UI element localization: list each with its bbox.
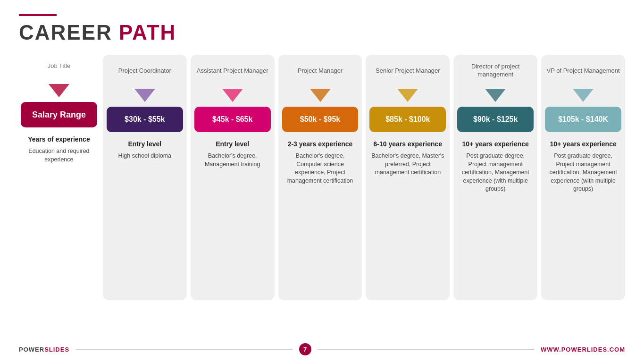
footer-url: WWW.POWERLIDES.COM — [541, 346, 625, 353]
edu-label-senior-pm: Bachelor's degree, Master's preferred, P… — [369, 152, 446, 177]
col-label-project-manager: Project Manager — [298, 59, 343, 82]
footer-brand-slides: SLIDES — [44, 346, 69, 353]
years-label-senior-pm: 6-10 years experience — [374, 140, 443, 148]
col-arrow-label-col — [49, 84, 69, 97]
footer: POWERSLIDES 7 WWW.POWERLIDES.COM — [0, 343, 644, 355]
career-col-senior-pm: Senior Project Manager$85k - $100k6-10 y… — [366, 55, 450, 300]
slide: CAREER PATH Job TitleSalary RangeYears o… — [0, 0, 644, 362]
career-col-vp-pm: VP of Project Management$105k - $140K10+… — [541, 55, 625, 300]
career-col-assistant-pm: Assistant Project Manager$45k - $65kEntr… — [191, 55, 275, 300]
footer-brand: POWERSLIDES — [19, 346, 69, 353]
edu-label-vp-pm: Post graduate degree, Project management… — [545, 152, 621, 194]
col-label-project-coordinator: Project Coordinator — [118, 59, 171, 82]
career-col-project-coordinator: Project Coordinator$30k - $55kEntry leve… — [103, 55, 187, 300]
salary-box-assistant-pm: $45k - $65k — [194, 107, 271, 132]
col-arrow-project-manager — [310, 89, 331, 102]
career-col-label-col: Job TitleSalary RangeYears of experience… — [19, 55, 99, 300]
edu-label-assistant-pm: Bachelor's degree, Management training — [194, 152, 271, 168]
footer-line-left — [76, 349, 292, 350]
edu-label-project-manager: Bachelor's degree, Computer science expe… — [282, 152, 359, 185]
header-accent-line — [19, 14, 57, 16]
col-arrow-senior-pm — [397, 89, 418, 102]
footer-brand-power: POWER — [19, 346, 44, 353]
footer-page-number: 7 — [299, 343, 311, 355]
salary-box-project-manager: $50k - $95k — [282, 107, 359, 132]
years-label-vp-pm: 10+ years experience — [550, 140, 616, 148]
salary-box-director-pm: $90k - $125k — [457, 107, 534, 132]
edu-label-director-pm: Post graduate degree, Project management… — [457, 152, 534, 194]
salary-box-vp-pm: $105k - $140K — [545, 107, 621, 132]
career-columns: Job TitleSalary RangeYears of experience… — [19, 55, 625, 300]
col-label-director-pm: Director of project management — [457, 59, 534, 82]
years-label-project-manager: 2-3 years experience — [288, 140, 353, 148]
col-label-senior-pm: Senior Project Manager — [376, 59, 440, 82]
col-label-label-col: Job Title — [48, 55, 70, 77]
title-career: CAREER — [19, 21, 119, 44]
salary-box-project-coordinator: $30k - $55k — [107, 107, 183, 132]
col-arrow-director-pm — [485, 89, 506, 102]
title-path: PATH — [119, 21, 176, 44]
salary-box-label-col: Salary Range — [21, 102, 97, 127]
years-label-project-coordinator: Entry level — [128, 140, 161, 148]
career-col-director-pm: Director of project management$90k - $12… — [453, 55, 537, 300]
career-col-project-manager: Project Manager$50k - $95k2-3 years expe… — [278, 55, 362, 300]
col-label-vp-pm: VP of Project Management — [547, 59, 620, 82]
page-title: CAREER PATH — [19, 21, 625, 44]
col-arrow-assistant-pm — [222, 89, 243, 102]
footer-line-right — [318, 349, 534, 350]
col-arrow-project-coordinator — [134, 89, 155, 102]
col-label-assistant-pm: Assistant Project Manager — [197, 59, 268, 82]
edu-label-label-col: Education and required experience — [21, 147, 97, 164]
years-label-label-col: Years of experience — [28, 135, 90, 143]
edu-label-project-coordinator: High school diploma — [118, 152, 172, 160]
salary-box-senior-pm: $85k - $100k — [369, 107, 446, 132]
years-label-director-pm: 10+ years experience — [462, 140, 529, 148]
years-label-assistant-pm: Entry level — [216, 140, 249, 148]
col-arrow-vp-pm — [573, 89, 594, 102]
